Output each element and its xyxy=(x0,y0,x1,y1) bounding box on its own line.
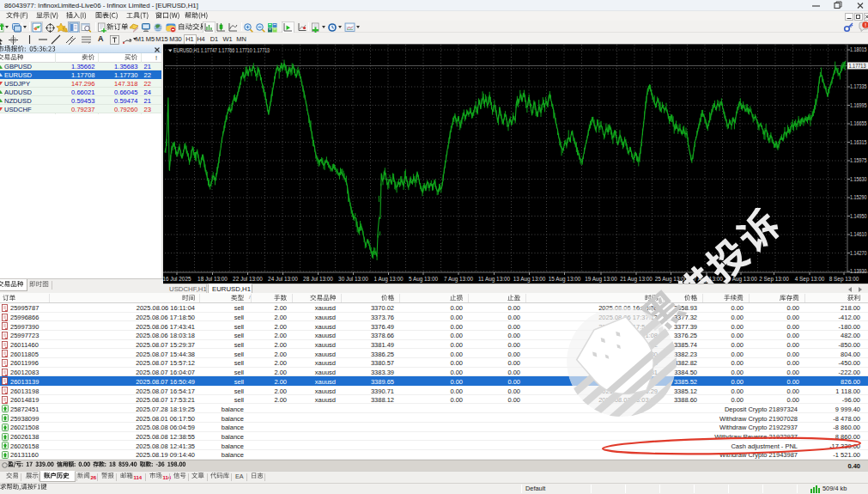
svg-text:5 Aug 13:00: 5 Aug 13:00 xyxy=(409,276,439,283)
svg-text:1.14270: 1.14270 xyxy=(850,250,867,256)
svg-text:24 Jul 13:00: 24 Jul 13:00 xyxy=(268,276,298,282)
svg-text:7 Aug 13:00: 7 Aug 13:00 xyxy=(444,276,474,283)
svg-text:1.14950: 1.14950 xyxy=(850,213,867,219)
svg-text:30 Jul 13:00: 30 Jul 13:00 xyxy=(338,276,368,282)
svg-text:1 Aug 13:00: 1 Aug 13:00 xyxy=(373,276,404,283)
svg-text:1.16655: 1.16655 xyxy=(850,120,867,126)
svg-text:1.18015: 1.18015 xyxy=(850,46,867,52)
svg-text:21 Aug 13:00: 21 Aug 13:00 xyxy=(620,276,653,283)
svg-text:13 Aug 13:00: 13 Aug 13:00 xyxy=(513,276,546,283)
svg-text:18 Jul 13:00: 18 Jul 13:00 xyxy=(197,276,228,282)
svg-text:1.16315: 1.16315 xyxy=(850,139,867,145)
svg-text:1.13930: 1.13930 xyxy=(850,268,867,274)
svg-text:15 Aug 13:00: 15 Aug 13:00 xyxy=(549,276,581,283)
svg-text:1.15975: 1.15975 xyxy=(850,157,867,163)
svg-text:8 Sep 13:00: 8 Sep 13:00 xyxy=(829,276,859,283)
svg-text:16 Jul 2025: 16 Jul 2025 xyxy=(163,276,191,282)
svg-text:1.17713: 1.17713 xyxy=(849,63,866,69)
svg-text:19 Aug 13:00: 19 Aug 13:00 xyxy=(585,276,617,283)
svg-text:1.17335: 1.17335 xyxy=(850,83,867,89)
svg-text:11 Aug 13:00: 11 Aug 13:00 xyxy=(478,276,511,283)
svg-text:4 Sep 13:00: 4 Sep 13:00 xyxy=(795,276,825,283)
svg-text:1.15290: 1.15290 xyxy=(850,194,867,200)
svg-text:28 Jul 13:00: 28 Jul 13:00 xyxy=(303,276,333,282)
svg-text:1.14610: 1.14610 xyxy=(850,231,867,237)
svg-text:2 Sep 13:00: 2 Sep 13:00 xyxy=(759,276,789,283)
svg-text:1.15630: 1.15630 xyxy=(850,176,867,182)
svg-text:EURUSD,H1 1.17747 1.17766 1.1: EURUSD,H1 1.17747 1.17766 1.17710 1.1771… xyxy=(173,47,270,53)
svg-text:1.16995: 1.16995 xyxy=(850,102,867,108)
svg-text:22 Jul 13:00: 22 Jul 13:00 xyxy=(233,276,263,282)
